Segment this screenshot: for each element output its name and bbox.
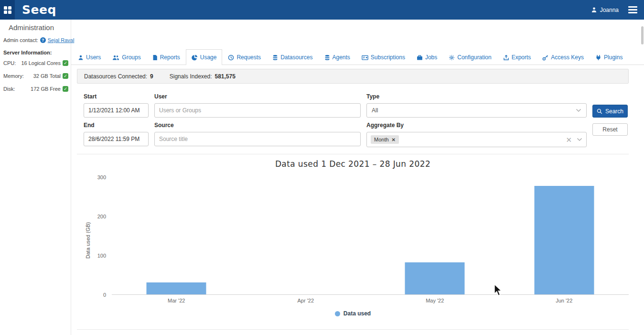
summary-strip: Datasources Connected: 9 Signals Indexed… bbox=[77, 69, 629, 84]
report-icon bbox=[152, 54, 158, 61]
source-label: Source bbox=[154, 122, 361, 129]
tab-jobs[interactable]: Jobs bbox=[411, 49, 443, 65]
y-tick-label: 300 bbox=[97, 174, 106, 180]
type-selected-value: All bbox=[372, 107, 378, 114]
user-menu[interactable]: Joanna bbox=[591, 7, 619, 13]
key-icon bbox=[542, 54, 548, 61]
datasources-connected-value: 9 bbox=[150, 73, 153, 80]
aggregate-tag-month[interactable]: Month ✕ bbox=[371, 135, 399, 144]
users-icon bbox=[112, 54, 119, 61]
tab-configuration[interactable]: Configuration bbox=[443, 49, 497, 65]
app-grid-button[interactable] bbox=[0, 0, 15, 20]
y-tick-label: 0 bbox=[103, 292, 106, 298]
topbar: Seeq Joanna bbox=[0, 0, 644, 20]
type-label: Type bbox=[366, 93, 587, 100]
aggregate-by-label: Aggregate By bbox=[366, 122, 587, 129]
tab-users[interactable]: Users bbox=[72, 49, 107, 65]
database-icon bbox=[272, 54, 278, 61]
tab-label: Reports bbox=[160, 54, 180, 61]
stat-label: Disk: bbox=[3, 86, 15, 92]
admin-contact-link[interactable]: Sejal Raval bbox=[48, 37, 75, 43]
usage-icon bbox=[192, 54, 198, 61]
aggregate-tag-label: Month bbox=[374, 137, 389, 142]
tab-datasources[interactable]: Datasources bbox=[267, 49, 318, 65]
tab-label: Datasources bbox=[280, 54, 312, 61]
signals-indexed-value: 581,575 bbox=[215, 73, 236, 80]
app-window: Seeq Joanna Administration Admin contact… bbox=[0, 0, 644, 335]
y-axis: Data used (GB) 0100200300 bbox=[77, 177, 112, 303]
stat-value: 16 Logical Cores bbox=[21, 60, 61, 66]
y-tick-label: 200 bbox=[97, 214, 106, 219]
chart-category-slot bbox=[112, 177, 241, 294]
stat-label: CPU: bbox=[3, 60, 16, 66]
bar-jun-22[interactable] bbox=[534, 186, 594, 294]
y-tick-label: 100 bbox=[97, 253, 106, 259]
tab-label: Configuration bbox=[457, 54, 491, 61]
tab-reports[interactable]: Reports bbox=[147, 49, 186, 65]
start-date-input[interactable] bbox=[84, 103, 149, 118]
stat-row-memory: Memory: 32 GB Total✓ bbox=[3, 73, 68, 79]
tab-plugins[interactable]: Plugins bbox=[590, 49, 628, 65]
check-icon: ✓ bbox=[63, 60, 68, 66]
x-tick-label: Jun '22 bbox=[500, 298, 629, 303]
chart-category-slot bbox=[500, 177, 629, 294]
type-select[interactable]: All bbox=[366, 103, 587, 118]
clear-selection-icon[interactable]: ✕ bbox=[566, 136, 572, 143]
tab-subscriptions[interactable]: Subscriptions bbox=[356, 49, 411, 65]
tab-label: Requests bbox=[236, 54, 261, 61]
briefcase-icon bbox=[417, 54, 423, 61]
remove-tag-icon[interactable]: ✕ bbox=[392, 137, 396, 142]
signals-indexed-label: Signals Indexed: bbox=[170, 73, 212, 80]
vertical-scrollbar-thumb[interactable] bbox=[641, 26, 644, 44]
usage-chart: Data used 1 Dec 2021 – 28 Jun 2022 Data … bbox=[77, 154, 629, 330]
help-icon[interactable]: ? bbox=[40, 37, 46, 43]
x-tick-label: Apr '22 bbox=[241, 298, 371, 303]
admin-tab-bar: UsersGroupsReportsUsageRequestsDatasourc… bbox=[71, 49, 644, 65]
user-icon bbox=[78, 54, 84, 61]
requests-icon bbox=[228, 54, 234, 61]
tab-agents[interactable]: Agents bbox=[319, 49, 356, 65]
tab-usage[interactable]: Usage bbox=[186, 49, 223, 65]
chart-title: Data used 1 Dec 2021 – 28 Jun 2022 bbox=[77, 159, 629, 169]
tab-groups[interactable]: Groups bbox=[107, 49, 146, 65]
user-label: User bbox=[154, 93, 361, 100]
end-date-input[interactable] bbox=[84, 132, 149, 146]
aggregate-by-select[interactable]: Month ✕ ✕ bbox=[366, 132, 587, 147]
datasources-connected-label: Datasources Connected: bbox=[84, 73, 147, 80]
stat-row-cpu: CPU: 16 Logical Cores✓ bbox=[3, 60, 68, 66]
admin-contact-label: Admin contact: bbox=[3, 37, 38, 43]
user-input[interactable] bbox=[154, 103, 361, 118]
x-tick-label: Mar '22 bbox=[112, 298, 241, 303]
bar-mar-22[interactable] bbox=[147, 282, 206, 294]
tab-label: Exports bbox=[512, 54, 531, 61]
tab-label: Plugins bbox=[604, 54, 623, 61]
seeq-logo[interactable]: Seeq bbox=[22, 3, 56, 17]
grid-icon bbox=[4, 6, 11, 14]
tab-exports[interactable]: Exports bbox=[497, 49, 537, 65]
search-icon bbox=[597, 108, 602, 114]
end-label: End bbox=[84, 122, 149, 129]
usage-filter-form: Start User Type All bbox=[84, 93, 628, 147]
tab-label: Jobs bbox=[425, 54, 437, 61]
plugin-icon bbox=[595, 54, 601, 61]
hamburger-menu-icon[interactable] bbox=[628, 5, 637, 15]
server-info-label: Server Information: bbox=[3, 50, 67, 55]
tab-requests[interactable]: Requests bbox=[222, 49, 267, 65]
chart-legend[interactable]: Data used bbox=[77, 310, 629, 317]
search-button[interactable]: Search bbox=[592, 105, 628, 118]
export-icon bbox=[503, 54, 509, 61]
tab-label: Usage bbox=[200, 54, 217, 61]
admin-sidebar: Administration Admin contact: ? Sejal Ra… bbox=[0, 20, 71, 335]
plot-area bbox=[112, 177, 629, 295]
chevron-down-icon[interactable] bbox=[577, 138, 582, 141]
legend-marker bbox=[335, 311, 340, 316]
bar-may-22[interactable] bbox=[405, 262, 465, 294]
chevron-down-icon bbox=[576, 108, 581, 112]
reset-button[interactable]: Reset bbox=[592, 123, 628, 136]
source-input[interactable] bbox=[154, 132, 361, 146]
chart-category-slot bbox=[370, 177, 500, 294]
search-button-label: Search bbox=[605, 108, 623, 115]
reset-button-label: Reset bbox=[602, 126, 617, 133]
stat-label: Memory: bbox=[3, 73, 24, 79]
tab-access-keys[interactable]: Access Keys bbox=[537, 49, 590, 65]
